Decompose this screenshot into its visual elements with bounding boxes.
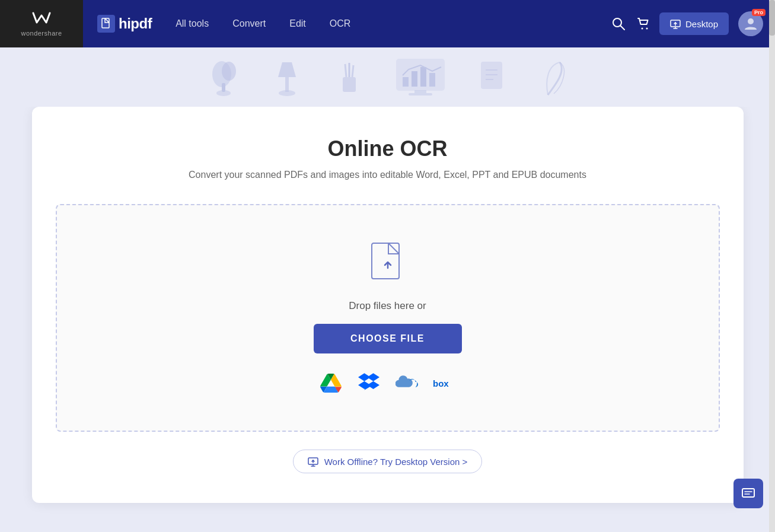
search-button[interactable]: [612, 17, 625, 30]
svg-rect-15: [285, 77, 289, 92]
chat-icon: [741, 486, 755, 501]
drop-text: Drop files here or: [349, 300, 426, 312]
monitor-illustration: [394, 56, 447, 98]
main-content: Online OCR Convert your scanned PDFs and…: [0, 107, 775, 527]
svg-rect-27: [409, 93, 432, 95]
nav-edit[interactable]: Edit: [289, 18, 306, 29]
svg-rect-0: [102, 18, 109, 28]
desktop-btn-label: Desktop: [685, 19, 718, 29]
upload-icon-wrap: [367, 241, 409, 288]
scrollbar[interactable]: [769, 0, 775, 532]
user-avatar-wrap[interactable]: Pro: [738, 11, 763, 36]
offline-banner: Work Offline? Try Desktop Version >: [56, 450, 720, 473]
google-drive-icon[interactable]: [319, 371, 343, 395]
svg-marker-14: [278, 62, 296, 77]
svg-point-16: [279, 90, 295, 96]
svg-rect-38: [742, 489, 754, 497]
svg-rect-26: [414, 90, 426, 93]
svg-point-3: [641, 28, 643, 30]
pencil-holder-illustration: [334, 59, 364, 98]
upload-file-icon: [367, 241, 409, 288]
main-card: Online OCR Convert your scanned PDFs and…: [32, 107, 744, 503]
page-title: Online OCR: [56, 136, 720, 161]
hero-background: [0, 47, 775, 107]
navbar: wondershare hipdf All tools Convert Edit…: [0, 0, 775, 47]
hipdf-icon-box: [97, 15, 115, 33]
svg-line-2: [620, 26, 624, 30]
cloud-icons: box: [319, 371, 457, 395]
svg-rect-23: [412, 71, 417, 87]
hipdf-icon: [100, 18, 112, 30]
desktop-icon: [670, 18, 681, 29]
nav-ocr[interactable]: OCR: [330, 18, 351, 29]
user-icon: [743, 16, 758, 31]
nav-icons: [612, 17, 650, 30]
document-illustration: [477, 59, 506, 98]
offline-icon: [308, 456, 318, 467]
cart-button[interactable]: [637, 17, 650, 30]
svg-rect-32: [372, 243, 399, 279]
hero-illustrations: [210, 56, 566, 98]
hipdf-logo[interactable]: hipdf: [97, 15, 152, 33]
drop-zone[interactable]: Drop files here or CHOOSE FILE: [56, 204, 720, 432]
svg-rect-25: [429, 73, 435, 87]
nav-convert[interactable]: Convert: [232, 18, 266, 29]
svg-rect-22: [403, 77, 409, 87]
feather-illustration: [536, 59, 566, 98]
svg-line-20: [352, 65, 353, 77]
wondershare-logo: wondershare: [21, 11, 62, 37]
box-icon[interactable]: box: [433, 371, 457, 395]
svg-point-9: [748, 18, 754, 24]
svg-point-13: [216, 90, 231, 96]
search-icon: [612, 17, 625, 30]
hipdf-text: hipdf: [119, 15, 152, 32]
chat-button[interactable]: [733, 479, 763, 508]
svg-line-18: [345, 64, 346, 77]
onedrive-icon[interactable]: [395, 371, 419, 395]
svg-point-11: [222, 62, 236, 81]
dropbox-icon[interactable]: [357, 371, 381, 395]
choose-file-button[interactable]: CHOOSE FILE: [314, 324, 462, 353]
page-subtitle: Convert your scanned PDFs and images int…: [56, 170, 720, 180]
scrollbar-thumb[interactable]: [769, 0, 775, 36]
desktop-button[interactable]: Desktop: [659, 12, 729, 35]
wondershare-icon: [31, 11, 52, 27]
svg-rect-17: [343, 77, 356, 92]
pro-badge: Pro: [752, 9, 766, 16]
offline-inner[interactable]: Work Offline? Try Desktop Version >: [293, 450, 483, 473]
nav-links: All tools Convert Edit OCR: [176, 18, 612, 29]
lamp-illustration: [269, 56, 305, 98]
nav-all-tools[interactable]: All tools: [176, 18, 209, 29]
wondershare-label: wondershare: [21, 30, 62, 37]
plant-illustration: [210, 56, 240, 98]
offline-text: Work Offline? Try Desktop Version >: [324, 457, 468, 467]
svg-rect-24: [420, 67, 426, 87]
svg-text:box: box: [433, 378, 449, 388]
svg-point-4: [646, 28, 648, 30]
cart-icon: [637, 17, 650, 30]
wondershare-brand[interactable]: wondershare: [0, 0, 83, 47]
